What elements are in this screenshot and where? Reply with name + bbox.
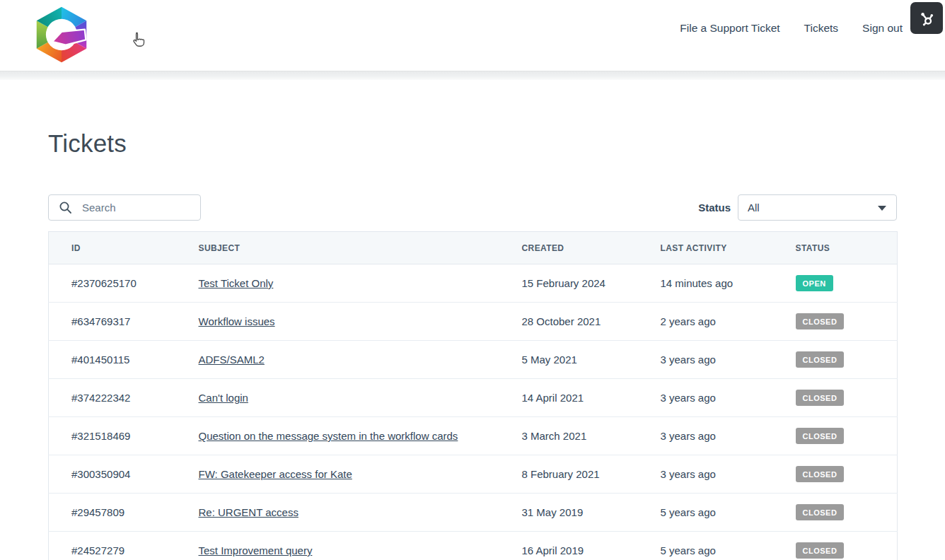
ticket-subject-link[interactable]: ADFS/SAML2 [199,354,265,366]
status-select-value: All [748,202,760,214]
ticket-status-cell: CLOSED [790,532,898,560]
status-badge: CLOSED [796,428,845,444]
ticket-id-cell: #374222342 [49,379,199,417]
status-badge: CLOSED [796,504,845,520]
ticket-row: #374222342 Can't login 14 April 2021 3 y… [49,379,898,417]
nav-sign-out[interactable]: Sign out [862,22,903,35]
ticket-subject-link[interactable]: Test Improvement query [199,544,313,556]
status-label: Status [698,202,731,214]
ticket-subject-cell: Re: URGENT access [199,494,522,532]
ticket-row: #24527279 Test Improvement query 16 Apri… [49,532,898,560]
ticket-subject-link[interactable]: Question on the message system in the wo… [199,430,458,442]
column-header-last-activity: LAST ACTIVITY [661,232,790,264]
ticket-created-cell: 28 October 2021 [522,303,661,341]
main-nav: File a Support Ticket Tickets Sign out [680,22,903,35]
ticket-created-cell: 15 February 2024 [522,264,661,303]
ticket-created-cell: 16 April 2019 [522,532,661,560]
ticket-status-cell: CLOSED [790,417,898,455]
chevron-down-icon [878,206,886,211]
hubspot-sprocket-button[interactable] [910,2,943,34]
ticket-id-cell: #29457809 [49,494,199,532]
ticket-last-activity-cell: 14 minutes ago [661,264,790,303]
ticket-subject-cell: Test Improvement query [199,532,522,560]
status-badge: CLOSED [796,313,845,329]
column-header-created: CREATED [522,232,661,264]
ticket-id-cell: #634769317 [49,303,199,341]
ticket-subject-link[interactable]: Re: URGENT access [199,506,298,518]
ticket-status-cell: CLOSED [790,341,898,379]
status-filter: Status All [698,194,897,221]
ticket-status-cell: OPEN [790,264,898,303]
ticket-id-cell: #401450115 [49,341,199,379]
ticket-last-activity-cell: 3 years ago [661,341,790,379]
ticket-last-activity-cell: 3 years ago [661,379,790,417]
status-select[interactable]: All [738,194,897,221]
ticket-subject-link[interactable]: Test Ticket Only [199,277,274,289]
ticket-last-activity-cell: 3 years ago [661,417,790,455]
ticket-subject-link[interactable]: Can't login [199,392,248,404]
ticket-id-cell: #321518469 [49,417,199,455]
ticket-subject-cell: FW: Gatekeeper access for Kate [199,455,522,494]
ticket-last-activity-cell: 2 years ago [661,303,790,341]
hand-cursor-icon [131,32,146,48]
status-badge: CLOSED [796,542,845,559]
hubspot-sprocket-icon [917,9,936,28]
ticket-created-cell: 3 March 2021 [522,417,661,455]
ticket-row: #2370625170 Test Ticket Only 15 February… [49,264,898,303]
ticket-id-cell: #24527279 [49,532,199,560]
page-title: Tickets [48,129,127,158]
gatekeeper-logo[interactable] [33,6,91,64]
ticket-subject-link[interactable]: FW: Gatekeeper access for Kate [199,468,352,480]
ticket-last-activity-cell: 5 years ago [661,532,790,560]
status-badge: CLOSED [796,466,845,482]
ticket-row: #321518469 Question on the message syste… [49,417,898,455]
ticket-id-cell: #2370625170 [49,264,199,303]
ticket-created-cell: 8 February 2021 [522,455,661,494]
ticket-created-cell: 31 May 2019 [522,494,661,532]
header-divider [0,71,945,80]
ticket-subject-cell: Question on the message system in the wo… [199,417,522,455]
status-badge: CLOSED [796,390,845,406]
ticket-status-cell: CLOSED [790,379,898,417]
ticket-status-cell: CLOSED [790,494,898,532]
ticket-subject-cell: ADFS/SAML2 [199,341,522,379]
status-badge: OPEN [796,275,833,291]
gatekeeper-logo-icon [33,6,91,64]
ticket-id-cell: #300350904 [49,455,199,494]
ticket-status-cell: CLOSED [790,303,898,341]
ticket-subject-cell: Test Ticket Only [199,264,522,303]
tickets-table: ID SUBJECT CREATED LAST ACTIVITY STATUS … [48,231,898,560]
column-header-status: STATUS [790,232,898,264]
top-nav-bar: File a Support Ticket Tickets Sign out [0,0,945,71]
ticket-last-activity-cell: 5 years ago [661,494,790,532]
search-icon [59,201,72,214]
ticket-row: #29457809 Re: URGENT access 31 May 2019 … [49,494,898,532]
status-badge: CLOSED [796,351,845,368]
ticket-row: #401450115 ADFS/SAML2 5 May 2021 3 years… [49,341,898,379]
ticket-subject-link[interactable]: Workflow issues [199,315,275,327]
ticket-created-cell: 14 April 2021 [522,379,661,417]
nav-file-support-ticket[interactable]: File a Support Ticket [680,22,779,35]
search-box [48,194,201,221]
ticket-created-cell: 5 May 2021 [522,341,661,379]
ticket-subject-cell: Can't login [199,379,522,417]
ticket-subject-cell: Workflow issues [199,303,522,341]
tickets-table-body: #2370625170 Test Ticket Only 15 February… [49,264,898,560]
tickets-table-header: ID SUBJECT CREATED LAST ACTIVITY STATUS [49,232,898,264]
ticket-status-cell: CLOSED [790,455,898,494]
nav-tickets[interactable]: Tickets [804,22,839,35]
ticket-row: #300350904 FW: Gatekeeper access for Kat… [49,455,898,494]
search-input[interactable] [82,202,188,214]
column-header-subject: SUBJECT [199,232,522,264]
ticket-last-activity-cell: 3 years ago [661,455,790,494]
column-header-id: ID [49,232,199,264]
ticket-row: #634769317 Workflow issues 28 October 20… [49,303,898,341]
